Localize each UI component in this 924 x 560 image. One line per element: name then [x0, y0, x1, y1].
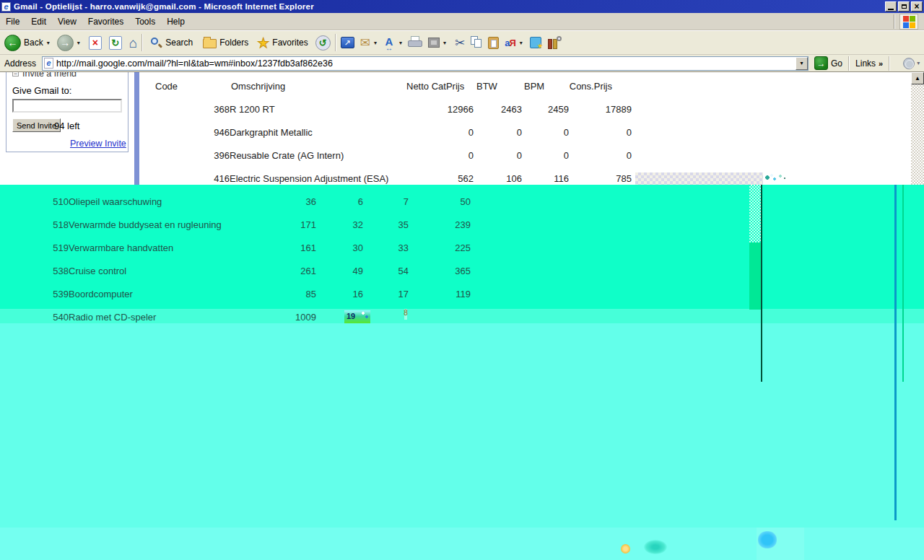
- cell-bpm: 7: [365, 196, 409, 207]
- menu-help[interactable]: Help: [161, 14, 191, 29]
- browser-viewport: −Invite a friend Give Gmail to: Send Inv…: [0, 72, 924, 560]
- cell-code: 510: [19, 196, 69, 207]
- cell-omschrijving: Radio met CD-speler: [69, 312, 156, 323]
- fullscreen-button[interactable]: ↗: [341, 37, 354, 48]
- folders-icon: [203, 39, 217, 48]
- close-button[interactable]: ×: [911, 1, 923, 12]
- table-row: 519 Verwarmbare handvatten 161 30 33 225: [0, 242, 924, 254]
- search-button[interactable]: Search: [150, 37, 193, 49]
- home-icon: ⌂: [129, 36, 137, 50]
- favorites-button[interactable]: ★ Favorites: [257, 36, 308, 50]
- copy-button[interactable]: [471, 36, 484, 49]
- send-invite-button[interactable]: Send Invite: [12, 118, 61, 132]
- invite-header-label: Invite a friend: [22, 72, 77, 79]
- menu-view[interactable]: View: [52, 14, 82, 29]
- translate-dropdown-icon[interactable]: ▾: [520, 40, 523, 46]
- cell-code: 946: [180, 127, 230, 138]
- search-icon: [150, 37, 162, 49]
- address-input[interactable]: [56, 58, 796, 69]
- print-button[interactable]: [408, 36, 422, 49]
- vertical-scrollbar[interactable]: ▲: [911, 72, 924, 185]
- cell-bpm: 0: [526, 127, 569, 138]
- table-row: 518 Verwarmde buddyseat en rugleuning 17…: [0, 219, 924, 231]
- collapse-icon[interactable]: −: [12, 72, 19, 76]
- cell-bpm: 35: [365, 219, 409, 230]
- forward-dropdown-icon[interactable]: ▾: [77, 40, 80, 46]
- header-bpm: BPM: [524, 81, 544, 92]
- menu-tools[interactable]: Tools: [129, 14, 161, 29]
- cell-btw: 0: [479, 150, 522, 161]
- address-dropdown-icon[interactable]: ▾: [796, 57, 808, 70]
- restore-button[interactable]: [898, 1, 910, 12]
- glitch-teal-blob: [644, 540, 667, 554]
- cell-bpm: 0: [526, 150, 569, 161]
- mail-button[interactable]: ✉ ▾: [360, 37, 377, 49]
- cell-code: 396: [180, 150, 230, 161]
- addon-dropdown-icon[interactable]: ▾: [917, 60, 920, 66]
- font-size-button[interactable]: A ↔ ▾: [383, 35, 402, 51]
- cell-btw: 16: [320, 289, 363, 299]
- minimize-button[interactable]: [885, 1, 897, 12]
- print-icon: [408, 36, 422, 49]
- header-code: Code: [155, 81, 178, 92]
- links-button[interactable]: Links: [855, 58, 876, 69]
- invite-header[interactable]: −Invite a friend: [12, 72, 77, 79]
- cell-cons-prijs: 119: [413, 289, 471, 299]
- refresh-icon: ↻: [109, 36, 122, 50]
- go-arrow-icon: →: [814, 56, 828, 70]
- restore-icon: [902, 4, 907, 9]
- addon-globe-icon[interactable]: [903, 58, 915, 69]
- cut-button[interactable]: ✂: [455, 37, 465, 49]
- glitch-blue-blob: [758, 531, 777, 548]
- options-table-rows: 368 R 1200 RT 12966 2463 2459 17889 946 …: [141, 104, 911, 198]
- cell-netto-catprijs: 171: [258, 219, 316, 230]
- history-icon: ↺: [315, 35, 331, 51]
- folders-button[interactable]: Folders: [203, 37, 248, 48]
- font-dropdown-icon[interactable]: ▾: [399, 40, 402, 46]
- menu-favorites[interactable]: Favorites: [82, 14, 129, 29]
- edit-icon: [428, 38, 440, 48]
- favorites-label: Favorites: [272, 38, 308, 48]
- minimize-icon: [888, 9, 894, 10]
- search-label: Search: [165, 38, 193, 48]
- forward-button[interactable]: → ▾: [57, 35, 80, 51]
- cell-cons-prijs: 225: [413, 242, 471, 253]
- paste-button[interactable]: [488, 37, 499, 49]
- messenger-button[interactable]: ★: [530, 37, 541, 48]
- cut-icon: ✂: [455, 37, 465, 49]
- edit-button[interactable]: ▾: [428, 38, 446, 48]
- cell-omschrijving: Reusable Crate (AG Intern): [230, 150, 344, 161]
- research-icon: [547, 36, 562, 49]
- cell-netto-catprijs: 0: [416, 127, 474, 138]
- history-button[interactable]: ↺: [315, 35, 331, 51]
- cell-cons-prijs: 0: [574, 127, 632, 138]
- stop-button[interactable]: ×: [89, 36, 102, 50]
- cell-cons-prijs: 365: [413, 266, 471, 276]
- translate-button[interactable]: aЯ ▾: [505, 36, 523, 49]
- home-button[interactable]: ⌂: [129, 36, 137, 50]
- back-button[interactable]: ← Back ▾: [4, 35, 50, 51]
- paste-icon: [488, 37, 499, 49]
- mail-dropdown-icon[interactable]: ▾: [374, 40, 377, 46]
- links-chevrons-icon[interactable]: »: [879, 59, 883, 68]
- menu-edit[interactable]: Edit: [25, 14, 52, 29]
- cell-btw: 32: [320, 219, 363, 230]
- go-button[interactable]: → Go: [814, 56, 842, 70]
- cell-omschrijving: Verwarmde buddyseat en rugleuning: [69, 219, 222, 230]
- edit-dropdown-icon[interactable]: ▾: [443, 40, 446, 46]
- cell-netto-catprijs: 85: [258, 289, 316, 299]
- menu-file[interactable]: File: [0, 14, 25, 29]
- cell-btw: 6: [320, 196, 363, 207]
- scroll-up-button[interactable]: ▲: [911, 72, 924, 84]
- refresh-button[interactable]: ↻: [109, 36, 122, 50]
- windows-logo-icon: [899, 14, 918, 30]
- header-btw: BTW: [476, 81, 497, 92]
- preview-invite-link[interactable]: Preview Invite: [70, 139, 126, 149]
- back-dropdown-icon[interactable]: ▾: [47, 40, 50, 46]
- glitch-sparkle-artifact: [763, 172, 789, 186]
- table-row: 368 R 1200 RT 12966 2463 2459 17889: [141, 104, 911, 115]
- cell-omschrijving: R 1200 RT: [230, 104, 275, 115]
- invite-email-field[interactable]: [12, 99, 122, 113]
- research-button[interactable]: [547, 36, 562, 49]
- addressbar-separator: [889, 56, 890, 71]
